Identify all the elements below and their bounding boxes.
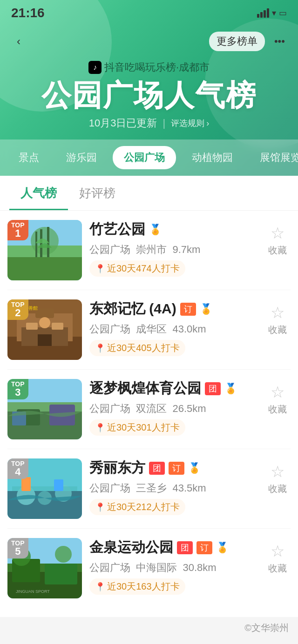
rule-text: 评选规则: [171, 118, 204, 129]
place-card-5: JINGUAN SPORT TOP 5 金泉运动公园 团 订 🏅 公园广场 中海…: [7, 529, 291, 608]
place-info-1: 竹艺公园 🏅 公园广场 崇州市 9.7km 📍 近30天474人打卡: [89, 220, 257, 277]
cat-tab-parks[interactable]: 公园广场: [113, 146, 176, 169]
place-name-row-1: 竹艺公园 🏅: [89, 220, 257, 239]
rank-num-4: 4: [15, 467, 20, 477]
checkin-icon-3: 📍: [95, 423, 105, 433]
checkin-text-1: 近30天474人打卡: [107, 262, 180, 275]
back-button[interactable]: ‹: [9, 32, 28, 51]
rank-num-2: 2: [15, 308, 20, 318]
svg-rect-29: [21, 477, 31, 491]
medal-tag-3: 🏅: [224, 383, 237, 395]
place-card-3: TOP 3 逐梦枫煌体育公园 团 🏅 公园广场 双流区 26.5km 📍 近30…: [7, 370, 291, 449]
rank-image-wrap-3: TOP 3: [7, 379, 82, 439]
rank-image-wrap-1: TOP 1: [7, 220, 82, 280]
medal-tag-1: 🏅: [149, 224, 162, 236]
svg-text:JINGUAN SPORT: JINGUAN SPORT: [16, 589, 50, 594]
cat-tab-zoo[interactable]: 动植物园: [181, 146, 244, 169]
status-bar: 21:16 ▾ ▭: [0, 0, 298, 24]
rank-badge-1: TOP 1: [7, 220, 28, 240]
tuan-tag-3: 团: [205, 382, 221, 395]
place-info-3: 逐梦枫煌体育公园 团 🏅 公园广场 双流区 26.5km 📍 近30天301人打…: [89, 379, 257, 436]
cat-tab-amusement[interactable]: 游乐园: [55, 146, 108, 169]
sub-tab-rating[interactable]: 好评榜: [68, 176, 127, 210]
medal-tag-5: 🏅: [216, 542, 229, 554]
tiktok-logo: ♪: [88, 61, 102, 74]
checkin-text-2: 近30天405人打卡: [107, 342, 180, 354]
place-name-2: 东郊记忆 (4A): [89, 299, 176, 319]
ding-tag-4: 订: [169, 462, 184, 475]
checkin-text-4: 近30天212人打卡: [107, 501, 180, 513]
place-card-4: TOP 4 秀丽东方 团 订 🏅 公园广场 三圣乡 43.5km 📍 近30天2…: [7, 449, 291, 529]
favorite-btn-5[interactable]: ☆ 收藏: [264, 538, 291, 578]
place-name-row-4: 秀丽东方 团 订 🏅: [89, 458, 257, 478]
place-checkin-5: 📍 近30天163人打卡: [89, 578, 185, 595]
place-meta-4: 公园广场 三圣乡 43.5km: [89, 481, 257, 495]
fav-label-3: 收藏: [268, 403, 287, 416]
favorite-btn-4[interactable]: ☆ 收藏: [264, 458, 291, 499]
signal-icon: [257, 8, 269, 18]
more-list-button[interactable]: 更多榜单: [209, 32, 265, 51]
place-name-1: 竹艺公园: [89, 220, 145, 239]
cat-tab-museums[interactable]: 展馆展览: [249, 146, 298, 169]
rank-badge-4: TOP 4: [7, 458, 28, 479]
star-icon-2: ☆: [271, 303, 284, 322]
checkin-icon-5: 📍: [95, 582, 105, 592]
svg-point-37: [55, 546, 72, 563]
more-options-button[interactable]: •••: [271, 33, 289, 49]
svg-rect-6: [35, 232, 37, 257]
rule-arrow: ›: [206, 119, 209, 128]
fav-label-2: 收藏: [268, 324, 287, 336]
cat-tab-attractions[interactable]: 景点: [7, 146, 50, 169]
place-card-1: TOP 1 竹艺公园 🏅 公园广场 崇州市 9.7km 📍 近30天474人打卡…: [7, 211, 291, 290]
hero-subtitle: 10月3日已更新 | 评选规则 ›: [9, 116, 289, 139]
status-icons: ▾ ▭: [257, 8, 287, 18]
rank-badge-2: TOP 2: [7, 299, 28, 320]
svg-rect-35: [45, 564, 77, 584]
svg-rect-14: [52, 323, 63, 330]
place-info-4: 秀丽东方 团 订 🏅 公园广场 三圣乡 43.5km 📍 近30天212人打卡: [89, 458, 257, 515]
medal-tag-2: 🏅: [200, 303, 212, 315]
place-name-3: 逐梦枫煌体育公园: [89, 379, 201, 398]
place-checkin-4: 📍 近30天212人打卡: [89, 499, 185, 515]
svg-rect-13: [26, 323, 38, 330]
place-checkin-2: 📍 近30天405人打卡: [89, 340, 185, 356]
favorite-btn-1[interactable]: ☆ 收藏: [264, 220, 291, 260]
hero-section: ‹ 更多榜单 ••• ♪ 抖音吃喝玩乐榜·成都市 公园广场人气榜 10月3日已更…: [0, 0, 298, 176]
place-name-5: 金泉运动公园: [89, 538, 173, 557]
place-info-5: 金泉运动公园 团 订 🏅 公园广场 中海国际 30.8km 📍 近30天163人…: [89, 538, 257, 595]
place-name-row-5: 金泉运动公园 团 订 🏅: [89, 538, 257, 557]
place-meta-1: 公园广场 崇州市 9.7km: [89, 243, 257, 257]
checkin-icon-1: 📍: [95, 264, 105, 274]
fav-label-5: 收藏: [268, 562, 287, 575]
hero-actions: 更多榜单 •••: [209, 32, 289, 51]
svg-rect-30: [54, 479, 63, 491]
rank-num-3: 3: [15, 387, 20, 398]
rank-image-wrap-4: TOP 4: [7, 458, 82, 519]
platform-info: ♪ 抖音吃喝玩乐榜·成都市: [9, 60, 289, 74]
place-list: TOP 1 竹艺公园 🏅 公园广场 崇州市 9.7km 📍 近30天474人打卡…: [0, 211, 298, 617]
rank-badge-5: TOP 5: [7, 538, 28, 558]
svg-rect-10: [35, 309, 54, 318]
hero-topbar: ‹ 更多榜单 •••: [0, 28, 298, 51]
platform-text: 抖音吃喝玩乐榜·成都市: [104, 60, 210, 74]
star-icon-3: ☆: [271, 383, 284, 401]
svg-rect-12: [38, 334, 52, 346]
favorite-btn-3[interactable]: ☆ 收藏: [264, 379, 291, 419]
place-checkin-1: 📍 近30天474人打卡: [89, 260, 185, 277]
star-icon-5: ☆: [271, 542, 284, 560]
checkin-text-5: 近30天163人打卡: [107, 580, 180, 593]
rule-link[interactable]: 评选规则 ›: [171, 118, 209, 129]
update-date: 10月3日已更新: [89, 116, 157, 130]
checkin-icon-4: 📍: [95, 502, 105, 512]
fav-label-4: 收藏: [268, 483, 287, 495]
watermark-text: ©文华崇州: [244, 623, 289, 633]
hero-title-area: ♪ 抖音吃喝玩乐榜·成都市 公园广场人气榜 10月3日已更新 | 评选规则 ›: [0, 51, 298, 139]
checkin-icon-2: 📍: [95, 343, 105, 353]
rank-badge-3: TOP 3: [7, 379, 28, 399]
rank-num-5: 5: [15, 546, 20, 557]
category-tabs: 景点 游乐园 公园广场 动植物园 展馆展览: [0, 139, 298, 176]
favorite-btn-2[interactable]: ☆ 收藏: [264, 299, 291, 340]
sub-tab-popular[interactable]: 人气榜: [9, 176, 68, 210]
wifi-icon: ▾: [272, 8, 276, 18]
place-card-2: 堂善館 TOP 2 东郊记忆 (4A) 订 🏅 公园广场 成华区 43.0km …: [7, 290, 291, 370]
